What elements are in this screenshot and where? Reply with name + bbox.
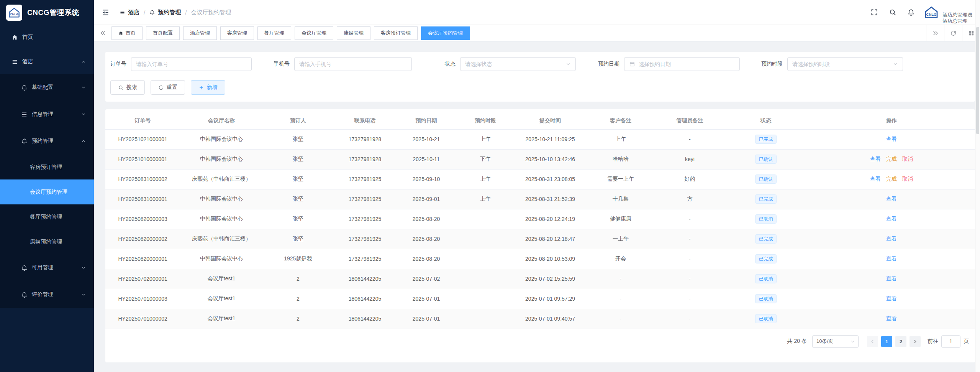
reservation-period-select[interactable]	[787, 57, 903, 71]
action-view-link[interactable]: 查看	[886, 216, 897, 222]
page-button-2[interactable]: 2	[895, 336, 906, 347]
scrollbar-thumb[interactable]	[976, 27, 979, 134]
tab-hotel-mgmt[interactable]: 酒店管理	[183, 26, 217, 40]
notification-bell-icon[interactable]	[907, 8, 915, 16]
action-view-link[interactable]: 查看	[886, 315, 897, 321]
cell-order-no: HY20250701000003	[105, 289, 180, 309]
sidebar-item-hotel[interactable]: 酒店	[0, 49, 94, 74]
sidebar-item-restaurant-booking[interactable]: 餐厅预约管理	[0, 204, 94, 229]
sidebar-item-availability-mgmt[interactable]: 可用管理	[0, 254, 94, 281]
status-select-field[interactable]	[465, 61, 563, 67]
action-view-link[interactable]: 查看	[886, 235, 897, 242]
cell-date: 2025-08-20	[397, 249, 456, 269]
cell-booker: 张坚	[263, 169, 333, 189]
refresh-button[interactable]	[944, 25, 962, 41]
tab-home[interactable]: 首页	[111, 26, 143, 40]
sidebar-item-reservation-mgmt[interactable]: 预约管理	[0, 128, 94, 155]
action-view-link[interactable]: 查看	[886, 196, 897, 202]
cell-period	[456, 209, 515, 229]
reset-button[interactable]: 重置	[151, 80, 185, 95]
cell-phone: 17327981925	[333, 169, 397, 189]
status-badge: 已完成	[755, 234, 777, 244]
filter-group-period: 预约时段	[761, 57, 903, 71]
action-cancel-link[interactable]: 取消	[902, 176, 913, 182]
goto-page-input[interactable]	[941, 335, 960, 348]
action-view-link[interactable]: 查看	[886, 255, 897, 262]
status-badge: 已完成	[755, 254, 777, 263]
sidebar-collapse-icon[interactable]	[102, 8, 110, 16]
reservation-date-picker[interactable]	[624, 57, 740, 71]
refresh-icon	[158, 85, 164, 91]
chevron-down-icon	[565, 61, 571, 67]
reservation-date-field[interactable]	[639, 61, 735, 67]
cell-phone: 18061442205	[333, 289, 397, 309]
breadcrumb-item-reservation[interactable]: 预约管理	[149, 9, 181, 16]
search-button[interactable]: 搜索	[110, 80, 145, 95]
cell-phone: 17327981928	[333, 129, 397, 149]
cell-period	[456, 289, 515, 309]
cell-submitted: 2025-07-01 09:57:29	[515, 289, 585, 309]
action-cancel-link[interactable]: 取消	[902, 156, 913, 162]
tab-meeting-room-booking-mgmt[interactable]: 会议厅预约管理	[421, 26, 470, 40]
action-view-link[interactable]: 查看	[870, 156, 881, 162]
action-view-link[interactable]: 查看	[870, 176, 881, 182]
action-complete-link[interactable]: 完成	[886, 176, 897, 182]
cell-customer-note: 健健康康	[585, 209, 656, 229]
status-badge: 已取消	[755, 294, 777, 303]
tab-room-booking-mgmt[interactable]: 客房预订管理	[374, 26, 418, 40]
breadcrumb-label: 酒店	[128, 9, 139, 16]
sidebar-item-basic-config[interactable]: 基础配置	[0, 74, 94, 101]
cell-status: 已取消	[724, 289, 808, 309]
bell-icon	[21, 265, 28, 271]
phone-field[interactable]	[299, 61, 407, 67]
sidebar-item-entertainment-booking[interactable]: 康娱预约管理	[0, 229, 94, 254]
cell-submitted: 2025-08-20 12:18:47	[515, 229, 585, 249]
next-page-button[interactable]	[910, 336, 921, 347]
action-view-link[interactable]: 查看	[886, 136, 897, 142]
column-header-customer-note: 客户备注	[585, 112, 656, 129]
breadcrumb-label: 预约管理	[158, 9, 181, 16]
sidebar-item-review-mgmt[interactable]: 评价管理	[0, 281, 94, 308]
calendar-icon	[629, 61, 635, 67]
breadcrumb-item-hotel[interactable]: 酒店	[120, 9, 139, 16]
page-button-1[interactable]: 1	[881, 336, 892, 347]
tab-room-mgmt[interactable]: 客房管理	[220, 26, 254, 40]
phone-input[interactable]	[294, 57, 412, 71]
scrollbar[interactable]	[975, 0, 980, 372]
tabs-scroll-left-icon[interactable]	[100, 30, 106, 36]
chevron-down-icon	[81, 265, 86, 270]
sidebar-item-info-mgmt[interactable]: 信息管理	[0, 101, 94, 128]
reservation-period-field[interactable]	[792, 61, 890, 67]
tab-entertainment-mgmt[interactable]: 康娱管理	[337, 26, 370, 40]
sidebar-item-room-booking[interactable]: 客房预订管理	[0, 155, 94, 179]
sidebar-item-label: 可用管理	[32, 264, 53, 271]
status-badge: 已确认	[755, 155, 777, 164]
tabs-scroll-right-button[interactable]	[926, 25, 944, 41]
tab-home-config[interactable]: 首页配置	[146, 26, 180, 40]
order-no-input[interactable]	[131, 57, 252, 71]
user-info[interactable]: 酒店总管理员 酒店总管理	[942, 12, 972, 24]
pagination: 共 20 条 10条/页 12 前往 页	[105, 329, 975, 348]
cell-customer-note: -	[585, 289, 656, 309]
chevron-left-icon	[870, 339, 875, 344]
search-button-label: 搜索	[126, 84, 137, 91]
sidebar-item-home[interactable]: 首页	[0, 25, 94, 49]
action-complete-link[interactable]: 完成	[886, 156, 897, 162]
sidebar-item-meeting-room-booking[interactable]: 会议厅预约管理	[0, 179, 94, 204]
reservation-period-label: 预约时段	[761, 61, 783, 67]
cell-hall-name: 庆熙苑（中韩商汇三楼）	[180, 169, 263, 189]
status-select[interactable]	[460, 57, 576, 71]
tab-restaurant-mgmt[interactable]: 餐厅管理	[257, 26, 291, 40]
action-view-link[interactable]: 查看	[886, 275, 897, 281]
order-no-field[interactable]	[136, 61, 247, 67]
tab-controls	[926, 25, 980, 41]
action-view-link[interactable]: 查看	[886, 295, 897, 301]
search-icon[interactable]	[889, 8, 896, 16]
tab-meeting-room-mgmt[interactable]: 会议厅管理	[295, 26, 333, 40]
prev-page-button[interactable]	[867, 336, 878, 347]
page-size-select[interactable]: 10条/页	[812, 335, 859, 348]
add-button[interactable]: 新增	[191, 80, 225, 95]
bell-icon	[149, 10, 155, 15]
filter-panel: 订单号 手机号 状态	[105, 52, 975, 102]
fullscreen-icon[interactable]	[870, 8, 878, 16]
